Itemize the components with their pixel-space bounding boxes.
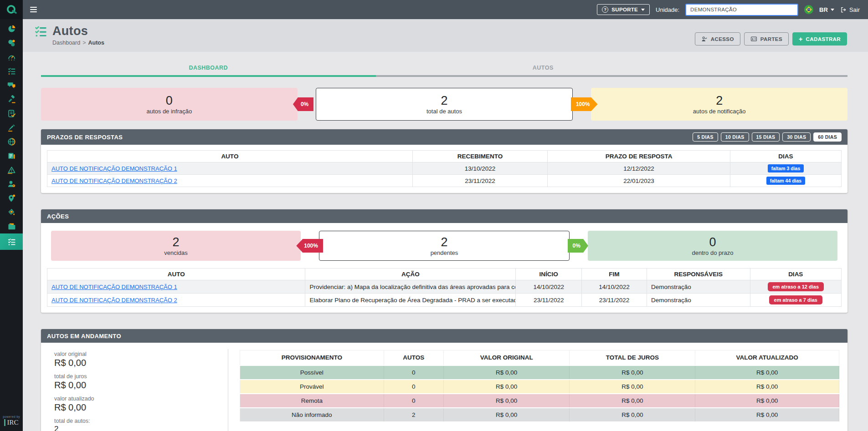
sidebar-item-chat[interactable] <box>0 78 23 92</box>
partes-label: PARTES <box>760 36 782 42</box>
infracao-label: autos de infração <box>146 108 192 115</box>
gauge-icon <box>7 53 16 61</box>
filter-5-dias[interactable]: 5 DIAS <box>693 132 718 142</box>
filter-60-dias[interactable]: 60 DIAS <box>813 132 842 142</box>
sidebar-item-autos[interactable] <box>0 233 23 250</box>
breadcrumb-dashboard[interactable]: Dashboard <box>52 40 80 46</box>
irc-logo-bar <box>4 419 5 426</box>
cadastrar-button[interactable]: + CADASTRAR <box>792 32 847 46</box>
sidebar-item-modules[interactable] <box>0 36 23 50</box>
language-label: BR <box>819 6 828 13</box>
cadastrar-label: CADASTRAR <box>806 36 841 42</box>
sidebar-item-documents[interactable] <box>0 106 23 121</box>
acao-cell: Providenciar: a) Mapa da localização def… <box>305 280 516 294</box>
day-filters: 5 DIAS 10 DIAS 15 DIAS 30 DIAS 60 DIAS <box>693 132 842 142</box>
auto-link[interactable]: AUTO DE NOTIFICAÇÃO DEMONSTRAÇÃO 1 <box>51 284 177 290</box>
col-auto: AUTO <box>47 269 305 280</box>
sidebar-item-tasks[interactable] <box>0 64 23 78</box>
col-responsaveis: RESPONSÁVEIS <box>647 269 750 280</box>
logout-label: Sair <box>849 6 860 13</box>
dentro-prazo-percent-badge: 0% <box>568 239 588 253</box>
summary-value: 2 <box>54 425 228 431</box>
col-valor-original: VALOR ORIGINAL <box>444 350 570 366</box>
unit-input[interactable] <box>685 4 798 16</box>
pendentes-value: 2 <box>441 235 447 249</box>
atraso-badge: em atraso a 7 dias <box>769 295 822 304</box>
inicio-cell: 23/11/2022 <box>516 294 582 307</box>
tab-bar-filler <box>710 62 847 77</box>
sidebar-item-signature[interactable] <box>0 121 23 135</box>
row-possivel: Possível 0 R$ 0,00 R$ 0,00 R$ 0,00 <box>240 365 839 380</box>
acesso-button[interactable]: ACESSO <box>695 32 740 46</box>
table-row: AUTO DE NOTIFICAÇÃO DEMONSTRAÇÃO 1 Provi… <box>47 280 842 294</box>
sidebar-item-locations[interactable] <box>0 191 23 205</box>
filter-10-dias[interactable]: 10 DIAS <box>721 132 749 142</box>
recebimento-cell: 13/10/2022 <box>412 162 547 175</box>
summary-cards: 0 autos de infração 2 total de autos 2 a… <box>41 88 847 121</box>
responsaveis-cell: Demonstração <box>647 280 750 294</box>
card-autos-notificacao: 2 autos de notificação <box>591 88 847 121</box>
total-label: total de autos <box>426 108 462 115</box>
dias-badge: faltam 3 dias <box>768 164 804 172</box>
acao-cell: Elaborar Plano de Recuperação de Área De… <box>305 294 516 307</box>
powered-by-label: powered by <box>0 415 23 418</box>
sidebar-item-publications[interactable] <box>0 149 23 163</box>
sidebar-item-risks[interactable] <box>0 163 23 177</box>
dentro-prazo-label: dentro do prazo <box>692 249 733 256</box>
page-title: Autos <box>52 24 88 38</box>
inicio-cell: 14/10/2022 <box>516 280 582 294</box>
bubbles-icon <box>7 39 16 47</box>
partes-button[interactable]: PARTES <box>744 32 789 46</box>
checklist-icon <box>7 67 16 76</box>
col-recebimento: RECEBIMENTO <box>412 151 547 162</box>
prazo-cell: 12/12/2022 <box>548 162 730 175</box>
sidebar-item-files[interactable] <box>0 219 23 233</box>
col-acao: AÇÃO <box>305 269 516 280</box>
tab-autos[interactable]: AUTOS <box>376 62 711 77</box>
app-logo[interactable] <box>0 0 23 19</box>
caret-down-icon <box>641 9 645 11</box>
sidebar-item-legal[interactable] <box>0 92 23 106</box>
logout-button[interactable]: Sair <box>840 6 860 13</box>
support-label: SUPORTE <box>611 7 638 12</box>
infracao-value: 0 <box>166 94 173 107</box>
sidebar-item-users[interactable] <box>0 177 23 191</box>
page-header: Autos Dashboard>Autos ACESSO PARTES + CA… <box>23 19 868 52</box>
filter-15-dias[interactable]: 15 DIAS <box>752 132 780 142</box>
autos-checklist-icon <box>34 25 47 38</box>
notificacao-value: 2 <box>716 94 723 107</box>
gavel-icon <box>7 95 16 104</box>
tab-dashboard[interactable]: DASHBOARD <box>41 62 376 77</box>
summary-label: total de juros <box>54 373 228 380</box>
support-button[interactable]: SUPORTE <box>597 4 650 15</box>
sidebar: powered by IRC <box>0 0 23 431</box>
breadcrumb: Dashboard>Autos <box>52 40 104 46</box>
andamento-summary: valor original R$ 0,00 total de juros R$… <box>48 349 228 431</box>
language-selector[interactable]: BR <box>819 6 834 13</box>
fim-cell: 23/11/2022 <box>582 294 647 307</box>
dentro-prazo-value: 0 <box>709 235 716 249</box>
news-icon <box>7 152 16 160</box>
topbar: SUPORTE Unidade: BR Sair <box>23 0 868 19</box>
chat-icon <box>7 81 16 90</box>
hamburger-menu-icon[interactable] <box>30 7 37 12</box>
pen-icon <box>7 123 16 132</box>
acesso-label: ACESSO <box>711 36 734 42</box>
card-dentro-do-prazo: 0 dentro do prazo <box>588 231 837 261</box>
sidebar-item-samples[interactable] <box>0 205 23 219</box>
sidebar-item-monitoring[interactable] <box>0 50 23 64</box>
auto-link[interactable]: AUTO DE NOTIFICAÇÃO DEMONSTRAÇÃO 2 <box>51 297 177 304</box>
bucket-icon <box>7 208 16 217</box>
card-autos-infracao: 0 autos de infração <box>41 88 298 121</box>
auto-link[interactable]: AUTO DE NOTIFICAÇÃO DEMONSTRAÇÃO 1 <box>51 165 177 172</box>
logo-q-icon <box>5 4 17 15</box>
filter-30-dias[interactable]: 30 DIAS <box>782 132 811 142</box>
sidebar-item-web[interactable] <box>0 135 23 149</box>
panel-acoes: AÇÕES 2 vencidas 2 pendentes 0 dentro do… <box>41 209 847 313</box>
table-row: AUTO DE NOTIFICAÇÃO DEMONSTRAÇÃO 2 23/11… <box>47 175 842 187</box>
auto-link[interactable]: AUTO DE NOTIFICAÇÃO DEMONSTRAÇÃO 2 <box>51 177 177 184</box>
card-total-autos: 2 total de autos <box>316 88 573 121</box>
summary-pair: total de autos: 2 <box>54 418 228 431</box>
sidebar-item-dashboard[interactable] <box>0 22 23 36</box>
summary-label: valor atualizado <box>54 396 228 402</box>
